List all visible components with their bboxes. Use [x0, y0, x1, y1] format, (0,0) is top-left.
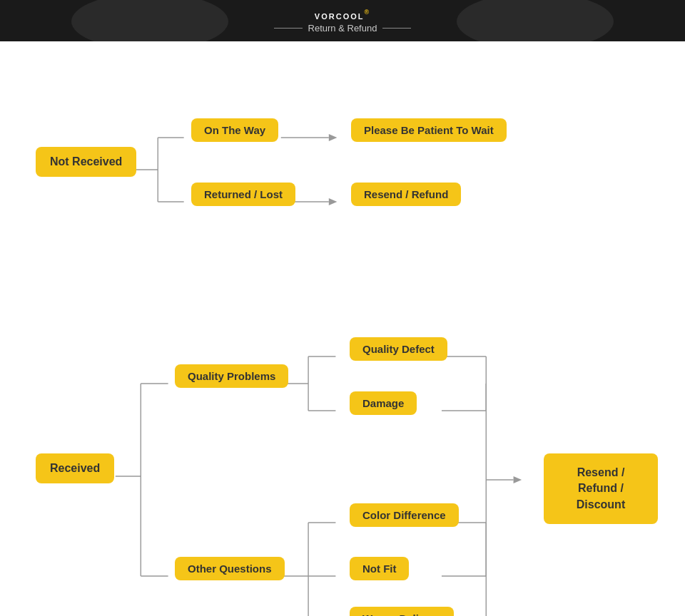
damage-node: Damage [350, 391, 417, 415]
please-be-patient-node: Please Be Patient To Wait [351, 118, 507, 142]
not-received-node: Not Received [36, 147, 136, 177]
logo: VORCOOL® [315, 8, 370, 23]
quality-defect-node: Quality Defect [350, 337, 447, 361]
header: VORCOOL® Return & Refund [0, 0, 685, 41]
color-difference-node: Color Difference [350, 503, 459, 527]
other-questions-label: Other Questions [175, 557, 285, 580]
received-label: Received [36, 453, 114, 483]
resend-refund-discount-node: Resend / Refund / Discount [544, 453, 658, 524]
resend-refund-label: Resend / Refund [351, 183, 461, 206]
header-subtitle: Return & Refund [274, 23, 412, 34]
quality-defect-label: Quality Defect [350, 337, 447, 361]
damage-label: Damage [350, 391, 417, 415]
quality-problems-label: Quality Problems [175, 364, 288, 388]
returned-lost-label: Returned / Lost [191, 183, 295, 206]
header-bg-right [457, 0, 614, 41]
svg-marker-30 [514, 476, 522, 483]
received-node: Received [36, 453, 114, 483]
svg-marker-4 [329, 134, 338, 141]
please-be-patient-label: Please Be Patient To Wait [351, 118, 507, 142]
color-difference-label: Color Difference [350, 503, 459, 527]
section2-diagram: Received Quality Problems Quality Defect… [14, 305, 671, 616]
on-the-way-node: On The Way [191, 118, 278, 142]
resend-refund-discount-label: Resend / Refund / Discount [544, 453, 658, 524]
logo-text: VORCOOL [315, 12, 365, 21]
header-bg-left [71, 0, 228, 41]
quality-problems-node: Quality Problems [175, 364, 288, 388]
resend-refund-node: Resend / Refund [351, 183, 461, 206]
content: Not Received On The Way Please Be Patien… [0, 41, 685, 616]
logo-reg: ® [364, 9, 370, 16]
section1-diagram: Not Received On The Way Please Be Patien… [14, 63, 671, 262]
wrong-delivery-node: Wrong Delivery [350, 607, 454, 616]
returned-lost-node: Returned / Lost [191, 183, 295, 206]
subtitle-text: Return & Refund [308, 23, 377, 34]
wrong-delivery-label: Wrong Delivery [350, 607, 454, 616]
not-fit-node: Not Fit [350, 557, 409, 580]
other-questions-node: Other Questions [175, 557, 285, 580]
not-received-label: Not Received [36, 147, 136, 177]
on-the-way-label: On The Way [191, 118, 278, 142]
not-fit-label: Not Fit [350, 557, 409, 580]
svg-marker-6 [329, 198, 338, 205]
